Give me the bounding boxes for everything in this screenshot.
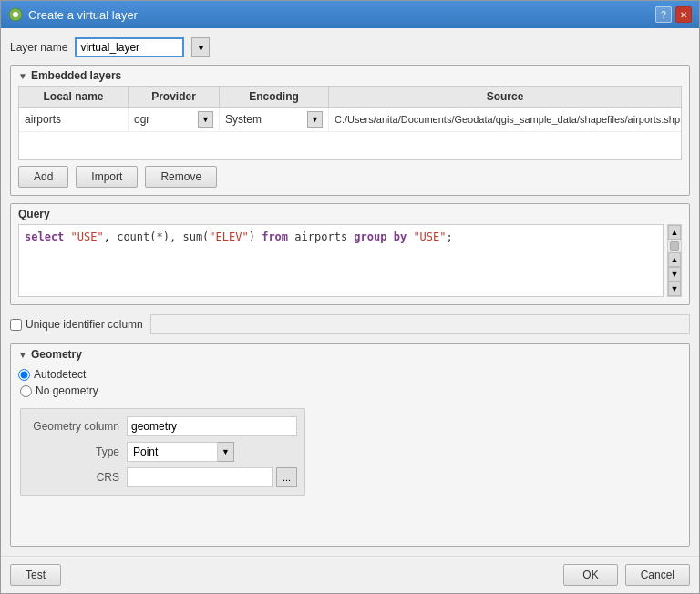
col-source: Source	[329, 87, 681, 107]
crs-browse-button[interactable]: ...	[276, 467, 297, 487]
unique-id-row: Unique identifier column	[10, 312, 690, 336]
cancel-button[interactable]: Cancel	[625, 564, 690, 586]
main-content: Layer name ▼ ▼ Embedded layers Local nam…	[1, 28, 699, 556]
provider-select[interactable]: ogr ▼	[134, 111, 213, 128]
autodetect-label: Autodetect	[34, 368, 86, 381]
crs-container: ...	[127, 467, 297, 487]
no-geometry-label: No geometry	[36, 384, 98, 397]
layers-table: Local name Provider Encoding Source airp…	[18, 86, 682, 160]
scroll-page-up[interactable]: ▲	[668, 252, 681, 267]
remove-button[interactable]: Remove	[145, 166, 217, 188]
titlebar-left: Create a virtual layer	[8, 7, 138, 22]
type-label: Type	[28, 446, 119, 458]
qgis-icon	[8, 7, 23, 22]
crs-row: CRS ...	[28, 467, 297, 487]
autodetect-radio[interactable]	[18, 369, 30, 381]
geometry-fields: Geometry column Type ▼	[20, 408, 305, 496]
geometry-title: ▼ Geometry	[11, 344, 689, 364]
col-encoding: Encoding	[220, 87, 329, 107]
encoding-dropdown-arrow[interactable]: ▼	[307, 111, 323, 128]
titlebar-buttons: ? ✕	[655, 6, 692, 23]
layer-name-row: Layer name ▼	[10, 37, 690, 57]
window-title: Create a virtual layer	[28, 8, 138, 22]
layer-name-dropdown-btn[interactable]: ▼	[191, 37, 210, 57]
scroll-down-arrow[interactable]: ▼	[668, 282, 681, 296]
no-geometry-radio-row: No geometry	[20, 384, 305, 397]
type-select: ▼	[127, 442, 234, 462]
add-button[interactable]: Add	[18, 166, 68, 188]
scroll-thumb[interactable]	[670, 241, 679, 251]
query-display[interactable]: select "USE", count(*), sum("ELEV") from…	[18, 224, 664, 297]
scroll-page-down[interactable]: ▼	[668, 267, 681, 282]
cell-source: C:/Users/anita/Documents/Geodata/qgis_sa…	[329, 108, 685, 131]
import-button[interactable]: Import	[76, 166, 138, 188]
unique-id-checkbox-label: Unique identifier column	[10, 318, 143, 331]
type-row: Type ▼	[28, 442, 297, 462]
query-label: Query	[11, 204, 689, 224]
geometry-body: Autodetect No geometry Geometry column	[11, 364, 689, 503]
layer-name-input[interactable]	[75, 37, 184, 57]
query-scrollbar: ▲ ▲ ▼ ▼	[667, 224, 682, 297]
collapse-arrow-icon[interactable]: ▼	[18, 71, 27, 81]
geometry-column-label: Geometry column	[28, 420, 119, 433]
autodetect-row: Autodetect	[18, 368, 682, 381]
layer-name-label: Layer name	[10, 41, 67, 54]
type-dropdown-arrow[interactable]: ▼	[218, 442, 234, 462]
close-button[interactable]: ✕	[675, 6, 692, 23]
col-provider: Provider	[129, 87, 220, 107]
provider-dropdown-arrow[interactable]: ▼	[198, 111, 213, 128]
crs-input[interactable]	[127, 467, 273, 487]
ok-button[interactable]: OK	[563, 564, 617, 586]
svg-point-1	[13, 12, 18, 17]
main-window: Create a virtual layer ? ✕ Layer name ▼ …	[0, 0, 700, 594]
cell-provider: ogr ▼	[129, 108, 220, 131]
geometry-collapse-arrow[interactable]: ▼	[18, 350, 27, 360]
col-local-name: Local name	[19, 87, 129, 107]
no-geometry-radio[interactable]	[20, 385, 32, 397]
embedded-layers-title: ▼ Embedded layers	[11, 66, 689, 86]
crs-label: CRS	[28, 471, 119, 484]
unique-id-checkbox[interactable]	[10, 319, 22, 331]
test-button[interactable]: Test	[10, 564, 61, 586]
type-input[interactable]	[127, 442, 218, 462]
geometry-column-input[interactable]	[127, 416, 297, 436]
footer-right: OK Cancel	[563, 564, 690, 586]
geometry-column-row: Geometry column	[28, 416, 297, 436]
unique-id-field[interactable]	[150, 314, 690, 334]
titlebar: Create a virtual layer ? ✕	[1, 1, 699, 28]
layer-buttons-row: Add Import Remove	[18, 166, 682, 188]
empty-row	[19, 132, 681, 159]
table-row[interactable]: airports ogr ▼ System ▼	[19, 108, 681, 132]
help-button[interactable]: ?	[655, 6, 672, 23]
embedded-layers-group: ▼ Embedded layers Local name Provider En…	[10, 65, 690, 196]
footer: Test OK Cancel	[1, 556, 699, 593]
scroll-up-arrow[interactable]: ▲	[668, 225, 681, 240]
cell-encoding: System ▼	[220, 108, 329, 131]
geometry-section: ▼ Geometry Autodetect No geometry	[10, 343, 690, 547]
embedded-layers-body: Local name Provider Encoding Source airp…	[11, 86, 689, 195]
table-header: Local name Provider Encoding Source	[19, 87, 681, 108]
encoding-select[interactable]: System ▼	[225, 111, 323, 128]
query-body: select "USE", count(*), sum("ELEV") from…	[11, 224, 689, 304]
no-geometry-row: No geometry Geometry column Type	[18, 384, 682, 496]
cell-local-name: airports	[19, 108, 129, 131]
query-section: Query select "USE", count(*), sum("ELEV"…	[10, 203, 690, 305]
